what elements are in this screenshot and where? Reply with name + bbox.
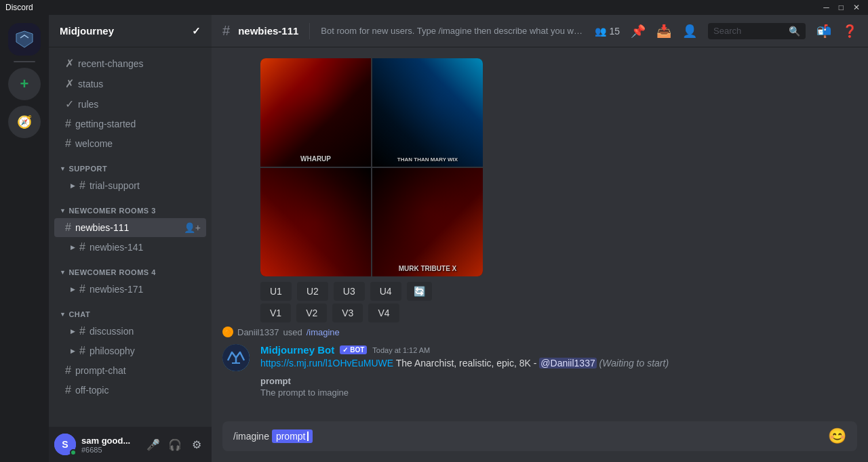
message-link[interactable]: https://s.mj.run/l1OHvEuMUWE	[260, 358, 393, 369]
hash-icon: #	[79, 180, 85, 192]
inbox-new-button[interactable]: 📬	[816, 24, 831, 39]
search-placeholder: Search	[713, 26, 786, 36]
messages-area: WHARUP THAN THAN MARY WIX MURK TRIBUTE X	[212, 47, 868, 416]
server-icon-explore[interactable]: 🧭	[8, 106, 41, 138]
chevron-icon: ▼	[60, 165, 66, 172]
main-row: + 🧭 Midjourney ✓ ✗ recent-changes ✗ stat…	[0, 15, 868, 462]
pin-button[interactable]: 📌	[631, 24, 646, 39]
channel-icon-x: ✗	[65, 57, 74, 70]
channel-name: discussion	[90, 326, 134, 337]
image-label-1: WHARUP	[260, 155, 371, 163]
member-count-value: 15	[609, 26, 620, 37]
channel-item-welcome[interactable]: # welcome	[54, 134, 206, 153]
action-buttons-row2: V1 V2 V3 V4	[260, 303, 857, 322]
headphones-button[interactable]: 🎧	[165, 435, 184, 454]
channel-item-newbies-141[interactable]: ▶ # newbies-141	[54, 238, 206, 257]
hash-icon: #	[79, 345, 85, 357]
settings-button[interactable]: ⚙	[187, 435, 206, 454]
bot-badge: ✓ BOT	[340, 345, 367, 354]
channel-icon-check: ✓	[65, 98, 74, 110]
channel-item-rules[interactable]: ✓ rules	[54, 94, 206, 114]
image-grid: WHARUP THAN THAN MARY WIX MURK TRIBUTE X	[260, 58, 483, 276]
channel-item-prompt-chat[interactable]: # prompt-chat	[54, 361, 206, 380]
channel-item-newbies-171[interactable]: ▶ # newbies-171	[54, 280, 206, 299]
message-input-wrapper[interactable]: /imagine prompt 😊	[222, 421, 857, 451]
channel-list: ✗ recent-changes ✗ status ✓ rules # gett…	[49, 47, 212, 427]
server-header[interactable]: Midjourney ✓	[49, 15, 212, 47]
input-field-box[interactable]: prompt	[272, 429, 313, 443]
image-grid-container: WHARUP THAN THAN MARY WIX MURK TRIBUTE X	[222, 58, 857, 322]
help-button[interactable]: ❓	[842, 24, 857, 39]
add-member-icon[interactable]: 👤+	[184, 222, 201, 233]
hash-icon: #	[65, 384, 71, 396]
server-icon-midjourney[interactable]	[8, 23, 41, 56]
bot-username[interactable]: Midjourney Bot	[260, 344, 334, 356]
emoji-button[interactable]: 😊	[828, 427, 846, 445]
inbox-button[interactable]: 📥	[656, 24, 671, 39]
chevron-icon: ▼	[60, 311, 66, 318]
channel-item-recent-changes[interactable]: ✗ recent-changes	[54, 54, 206, 73]
used-user-avatar: 🔶	[222, 327, 233, 337]
v2-button[interactable]: V2	[296, 303, 327, 322]
message-header: Midjourney Bot ✓ BOT Today at 1:12 AM	[260, 344, 857, 356]
channel-name: off-topic	[75, 385, 109, 396]
close-button[interactable]: ✕	[850, 3, 863, 12]
user-controls: 🎤 🎧 ⚙	[144, 435, 206, 454]
channel-icon-x: ✗	[65, 77, 74, 90]
category-newcomer-4[interactable]: ▼ NEWCOMER ROOMS 4	[49, 257, 212, 279]
search-bar[interactable]: Search 🔍	[708, 23, 806, 39]
prompt-description: The prompt to imagine	[260, 387, 857, 398]
v4-button[interactable]: V4	[368, 303, 399, 322]
category-support[interactable]: ▼ SUPPORT	[49, 154, 212, 175]
image-cell-4[interactable]: MURK TRIBUTE X	[372, 168, 483, 276]
microphone-button[interactable]: 🎤	[144, 435, 163, 454]
u2-button[interactable]: U2	[297, 282, 328, 301]
prompt-label-text: prompt	[260, 376, 291, 386]
category-label: CHAT	[68, 310, 90, 318]
v1-button[interactable]: V1	[260, 303, 291, 322]
chevron-icon: ▼	[60, 207, 66, 214]
u1-button[interactable]: U1	[260, 282, 292, 301]
channel-name: rules	[78, 99, 98, 110]
channel-header: # newbies-111 Bot room for new users. Ty…	[212, 15, 868, 47]
server-sidebar: + 🧭	[0, 15, 49, 462]
chevron-right-icon: ▶	[71, 244, 75, 251]
u3-button[interactable]: U3	[334, 282, 365, 301]
image-cell-1[interactable]: WHARUP	[260, 58, 371, 167]
app: + 🧭 Midjourney ✓ ✗ recent-changes ✗ stat…	[0, 0, 868, 462]
channel-item-getting-started[interactable]: # getting-started	[54, 114, 206, 133]
bot-avatar	[222, 344, 250, 371]
channel-item-discussion[interactable]: ▶ # discussion	[54, 322, 206, 341]
titlebar: Discord ─ □ ✕	[0, 0, 868, 15]
refresh-button[interactable]: 🔄	[407, 282, 432, 301]
channel-item-off-topic[interactable]: # off-topic	[54, 381, 206, 400]
channel-name: newbies-111	[75, 222, 129, 233]
image-cell-2[interactable]: THAN THAN MARY WIX	[372, 58, 483, 167]
user-info: sam good... #6685	[81, 436, 138, 454]
chevron-right-icon: ▶	[71, 328, 75, 335]
minimize-button[interactable]: ─	[821, 3, 832, 12]
server-icon-add[interactable]: +	[8, 68, 41, 100]
hash-icon: #	[65, 222, 71, 234]
message-mention[interactable]: @Daniil1337	[539, 358, 596, 369]
maximize-button[interactable]: □	[836, 3, 846, 12]
members-button[interactable]: 👤	[682, 24, 697, 39]
v3-button[interactable]: V3	[332, 303, 363, 322]
message-body: Midjourney Bot ✓ BOT Today at 1:12 AM ht…	[260, 344, 857, 400]
channel-item-philosophy[interactable]: ▶ # philosophy	[54, 341, 206, 360]
channel-item-newbies-111[interactable]: # newbies-111 👤+	[54, 218, 206, 237]
prompt-label: prompt	[260, 376, 857, 386]
channel-item-status[interactable]: ✗ status	[54, 74, 206, 93]
hash-icon: #	[65, 364, 71, 377]
category-newcomer-3[interactable]: ▼ NEWCOMER ROOMS 3	[49, 196, 212, 217]
channel-header-name: newbies-111	[238, 25, 298, 37]
main-content: # newbies-111 Bot room for new users. Ty…	[212, 15, 868, 462]
u4-button[interactable]: U4	[370, 282, 401, 301]
category-chat[interactable]: ▼ CHAT	[49, 299, 212, 321]
hash-icon: #	[65, 118, 71, 130]
chevron-right-icon: ▶	[71, 182, 75, 189]
hash-icon: #	[79, 325, 85, 337]
image-cell-3[interactable]	[260, 168, 371, 276]
channel-item-trial-support[interactable]: ▶ # trial-support	[54, 176, 206, 195]
member-count: 👥 15	[595, 26, 620, 37]
